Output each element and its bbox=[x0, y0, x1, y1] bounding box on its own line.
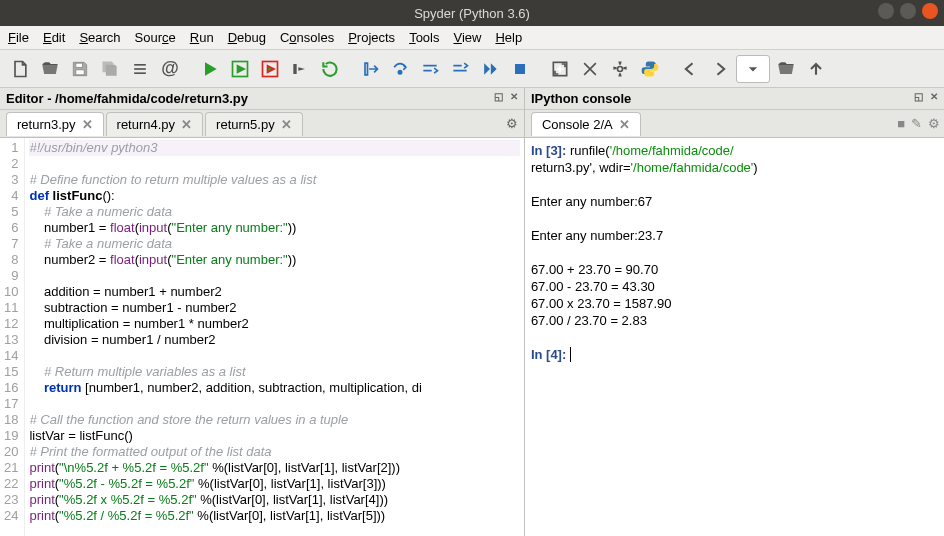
menu-source[interactable]: Source bbox=[135, 30, 176, 45]
close-icon[interactable]: ✕ bbox=[619, 117, 630, 132]
editor-options-icon[interactable]: ⚙ bbox=[506, 116, 518, 131]
console-options-icon[interactable]: ⚙ bbox=[928, 116, 940, 131]
python-path-button[interactable] bbox=[636, 55, 664, 83]
svg-rect-0 bbox=[76, 63, 83, 67]
debug-button[interactable] bbox=[356, 55, 384, 83]
close-icon[interactable]: ✕ bbox=[82, 117, 93, 132]
close-icon[interactable]: ✕ bbox=[281, 117, 292, 132]
run-cell-advance-button[interactable] bbox=[256, 55, 284, 83]
window-titlebar: Spyder (Python 3.6) bbox=[0, 0, 944, 26]
save-all-button[interactable] bbox=[96, 55, 124, 83]
console-tab-label: Console 2/A bbox=[542, 117, 613, 132]
list-button[interactable] bbox=[126, 55, 154, 83]
editor-pane-window-icons[interactable]: ◱ ✕ bbox=[494, 91, 520, 102]
console-pane-window-icons[interactable]: ◱ ✕ bbox=[914, 91, 940, 102]
editor-tab[interactable]: return3.py✕ bbox=[6, 112, 104, 136]
edit-icon[interactable]: ✎ bbox=[911, 116, 922, 131]
svg-rect-1 bbox=[76, 69, 84, 74]
tab-label: return5.py bbox=[216, 117, 275, 132]
menu-search[interactable]: Search bbox=[79, 30, 120, 45]
tab-label: return3.py bbox=[17, 117, 76, 132]
new-file-button[interactable] bbox=[6, 55, 34, 83]
menu-tools[interactable]: Tools bbox=[409, 30, 439, 45]
save-button[interactable] bbox=[66, 55, 94, 83]
window-minimize-button[interactable] bbox=[878, 3, 894, 19]
menu-projects[interactable]: Projects bbox=[348, 30, 395, 45]
cwd-dropdown[interactable] bbox=[736, 55, 770, 83]
run-button[interactable] bbox=[196, 55, 224, 83]
console-pane: IPython console ◱ ✕ Console 2/A ✕ ■ ✎ ⚙ … bbox=[525, 88, 944, 536]
back-button[interactable] bbox=[676, 55, 704, 83]
run-cell-button[interactable] bbox=[226, 55, 254, 83]
forward-button[interactable] bbox=[706, 55, 734, 83]
console-tab[interactable]: Console 2/A ✕ bbox=[531, 112, 641, 136]
console-pane-header: IPython console ◱ ✕ bbox=[525, 88, 944, 110]
toolbar: @ bbox=[0, 50, 944, 88]
menu-help[interactable]: Help bbox=[495, 30, 522, 45]
ipython-console[interactable]: In [3]: runfile('/home/fahmida/code/retu… bbox=[525, 138, 944, 536]
step-over-button[interactable] bbox=[386, 55, 414, 83]
window-maximize-button[interactable] bbox=[900, 3, 916, 19]
fullscreen-button[interactable] bbox=[576, 55, 604, 83]
menu-edit[interactable]: Edit bbox=[43, 30, 65, 45]
svg-rect-8 bbox=[515, 64, 525, 74]
rerun-button[interactable] bbox=[316, 55, 344, 83]
menu-consoles[interactable]: Consoles bbox=[280, 30, 334, 45]
run-selection-button[interactable] bbox=[286, 55, 314, 83]
step-into-button[interactable] bbox=[416, 55, 444, 83]
console-tabs: Console 2/A ✕ ■ ✎ ⚙ bbox=[525, 110, 944, 138]
menu-debug[interactable]: Debug bbox=[228, 30, 266, 45]
editor-tabs: return3.py✕return4.py✕return5.py✕ ⚙ bbox=[0, 110, 524, 138]
menu-run[interactable]: Run bbox=[190, 30, 214, 45]
editor-pane-header: Editor - /home/fahmida/code/return3.py ◱… bbox=[0, 88, 524, 110]
menu-file[interactable]: File bbox=[8, 30, 29, 45]
continue-button[interactable] bbox=[476, 55, 504, 83]
preferences-button[interactable] bbox=[606, 55, 634, 83]
menu-view[interactable]: View bbox=[453, 30, 481, 45]
stop-kernel-icon[interactable]: ■ bbox=[897, 116, 905, 131]
editor-tab[interactable]: return4.py✕ bbox=[106, 112, 204, 136]
svg-point-7 bbox=[398, 70, 401, 73]
open-file-button[interactable] bbox=[36, 55, 64, 83]
tab-label: return4.py bbox=[117, 117, 176, 132]
parent-dir-button[interactable] bbox=[802, 55, 830, 83]
editor-tab[interactable]: return5.py✕ bbox=[205, 112, 303, 136]
stop-debug-button[interactable] bbox=[506, 55, 534, 83]
browse-cwd-button[interactable] bbox=[772, 55, 800, 83]
close-icon[interactable]: ✕ bbox=[181, 117, 192, 132]
svg-point-10 bbox=[618, 66, 623, 71]
code-editor[interactable]: 123456789101112131415161718192021222324 … bbox=[0, 138, 524, 536]
maximize-pane-button[interactable] bbox=[546, 55, 574, 83]
console-title: IPython console bbox=[531, 91, 631, 106]
step-out-button[interactable] bbox=[446, 55, 474, 83]
menu-bar: File Edit Search Source Run Debug Consol… bbox=[0, 26, 944, 50]
editor-pane: Editor - /home/fahmida/code/return3.py ◱… bbox=[0, 88, 525, 536]
at-button[interactable]: @ bbox=[156, 55, 184, 83]
window-title: Spyder (Python 3.6) bbox=[414, 6, 530, 21]
editor-title: Editor - /home/fahmida/code/return3.py bbox=[6, 91, 248, 106]
window-close-button[interactable] bbox=[922, 3, 938, 19]
